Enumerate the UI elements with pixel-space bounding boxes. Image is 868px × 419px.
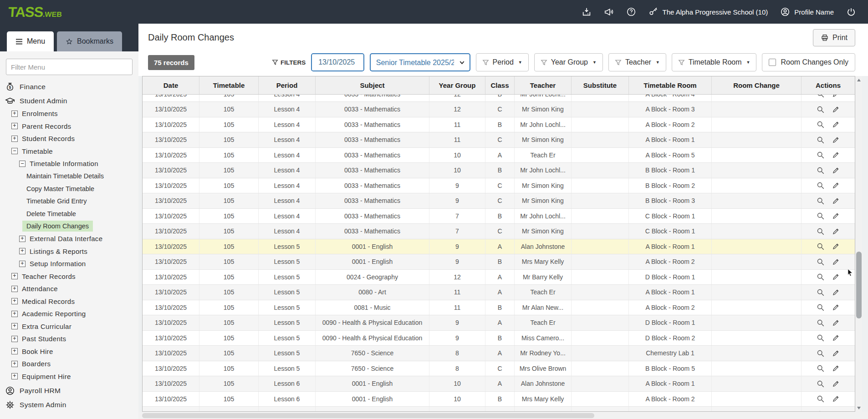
expand-icon[interactable]: + xyxy=(11,123,18,129)
edit-pencil-icon[interactable] xyxy=(832,258,840,266)
column-header-timetable-room[interactable]: Timetable Room xyxy=(629,76,712,94)
table-row[interactable]: 13/10/2025105Lesson 60001 - English10BMr… xyxy=(143,392,855,407)
sidebar-item-enrolments[interactable]: +Enrolments xyxy=(0,107,138,120)
sidebar-item-book-hire[interactable]: +Book Hire xyxy=(0,345,138,358)
table-row[interactable]: 13/10/2025105Lesson 40033 - Mathematics7… xyxy=(143,209,855,224)
table-row[interactable]: 13/10/2025105Lesson 60001 - English10AAl… xyxy=(143,376,855,392)
sidebar-item-extra-curricular[interactable]: +Extra Curricular xyxy=(0,320,138,333)
magnifier-icon[interactable] xyxy=(817,410,824,411)
magnifier-icon[interactable] xyxy=(817,121,824,128)
magnifier-icon[interactable] xyxy=(817,106,824,113)
edit-pencil-icon[interactable] xyxy=(832,106,840,113)
edit-pencil-icon[interactable] xyxy=(832,364,840,372)
edit-pencil-icon[interactable] xyxy=(832,121,840,128)
table-row[interactable]: 13/10/2025105Lesson 50024 - Geography12A… xyxy=(143,270,855,285)
tab-menu[interactable]: Menu xyxy=(7,31,54,51)
sidebar-item-teacher-records[interactable]: +Teacher Records xyxy=(0,270,138,283)
scroll-down-arrow[interactable] xyxy=(855,404,862,412)
filter-dropdown-timetable-room[interactable]: Timetable Room▼ xyxy=(672,53,757,71)
expand-icon[interactable]: + xyxy=(11,273,18,279)
edit-pencil-icon[interactable] xyxy=(832,303,840,311)
date-input[interactable] xyxy=(312,54,364,71)
tab-bookmarks[interactable]: Bookmarks xyxy=(57,31,122,51)
scrollbar-thumb[interactable] xyxy=(856,252,862,318)
magnifier-icon[interactable] xyxy=(817,288,824,296)
table-row[interactable]: 13/10/2025105Lesson 40033 - Mathematics1… xyxy=(143,102,855,117)
expand-icon[interactable]: + xyxy=(11,373,18,379)
expand-icon[interactable]: + xyxy=(11,311,18,317)
sidebar-item-past-students[interactable]: +Past Students xyxy=(0,333,138,345)
table-row[interactable]: 13/10/2025105Lesson 50001 - English9BMrs… xyxy=(143,254,855,270)
table-row[interactable]: 13/10/2025105Lesson 40033 - Mathematics1… xyxy=(143,148,855,163)
announcements-icon[interactable] xyxy=(604,7,614,17)
table-row[interactable]: 13/10/2025105Lesson 40033 - Mathematics7… xyxy=(143,224,855,239)
expand-icon[interactable]: + xyxy=(19,248,26,254)
magnifier-icon[interactable] xyxy=(817,151,824,159)
table-row[interactable]: 13/10/2025105Lesson 60025 - D...10BMiss … xyxy=(143,407,855,411)
edit-pencil-icon[interactable] xyxy=(832,242,840,250)
filter-dropdown-teacher[interactable]: Teacher▼ xyxy=(608,53,666,71)
edit-pencil-icon[interactable] xyxy=(832,212,840,220)
magnifier-icon[interactable] xyxy=(817,380,824,388)
print-button[interactable]: Print xyxy=(813,29,855,46)
table-row[interactable]: 13/10/2025105Lesson 50090 - Health & Phy… xyxy=(143,315,855,331)
edit-pencil-icon[interactable] xyxy=(832,334,840,342)
expand-icon[interactable]: + xyxy=(11,136,18,142)
sidebar-item-academic-reporting[interactable]: +Academic Reporting xyxy=(0,308,138,320)
magnifier-icon[interactable] xyxy=(817,182,824,189)
column-header-substitute[interactable]: Substitute xyxy=(572,76,629,94)
sidebar-item-copy-master-timetable[interactable]: Copy Master Timetable xyxy=(0,182,138,195)
expand-icon[interactable]: + xyxy=(11,361,18,367)
sidebar-item-daily-room-changes[interactable]: Daily Room Changes xyxy=(0,220,138,233)
table-row[interactable]: 13/10/2025105Lesson 50081 - Music11BMr A… xyxy=(143,300,855,316)
magnifier-icon[interactable] xyxy=(817,273,824,281)
column-header-actions[interactable]: Actions xyxy=(802,76,855,94)
column-header-period[interactable]: Period xyxy=(259,76,316,94)
horizontal-scrollbar[interactable] xyxy=(138,412,868,419)
expand-icon[interactable]: + xyxy=(19,261,26,267)
edit-pencil-icon[interactable] xyxy=(832,349,840,357)
edit-pencil-icon[interactable] xyxy=(832,273,840,281)
table-row[interactable]: 13/10/2025105Lesson 50001 - English9AAla… xyxy=(143,239,855,255)
hscrollbar-thumb[interactable] xyxy=(142,413,594,418)
table-row[interactable]: 13/10/2025105Lesson 40033 - Mathematics9… xyxy=(143,178,855,194)
expand-icon[interactable]: + xyxy=(11,111,18,117)
sidebar-item-delete-timetable[interactable]: Delete Timetable xyxy=(0,207,138,220)
sidebar-item-setup-information[interactable]: +Setup Information xyxy=(0,257,138,270)
table-row[interactable]: 13/10/2025105Lesson 57650 - Science8AMr … xyxy=(143,346,855,361)
table-row[interactable]: 13/10/2025105Lesson 40033 - Mathematics1… xyxy=(143,117,855,133)
magnifier-icon[interactable] xyxy=(817,136,824,144)
edit-pencil-icon[interactable] xyxy=(832,380,840,388)
edit-pencil-icon[interactable] xyxy=(832,95,840,98)
edit-pencil-icon[interactable] xyxy=(832,410,840,411)
sidebar-item-system-admin[interactable]: System Admin xyxy=(0,399,138,412)
magnifier-icon[interactable] xyxy=(817,349,824,357)
sidebar-item-timetable-grid-entry[interactable]: Timetable Grid Entry xyxy=(0,195,138,208)
magnifier-icon[interactable] xyxy=(817,227,824,235)
filter-dropdown-year-group[interactable]: Year Group▼ xyxy=(534,53,603,71)
sidebar-item-student-records[interactable]: +Student Records xyxy=(0,132,138,145)
school-switcher[interactable]: The Alpha Progressive School (10) xyxy=(648,7,768,17)
table-row[interactable]: 13/10/2025105Lesson 50090 - Health & Phy… xyxy=(143,331,855,346)
sidebar-item-payroll-hrm[interactable]: Payroll HRM xyxy=(0,384,138,397)
sidebar-item-timetable[interactable]: −Timetable xyxy=(0,145,138,158)
table-row[interactable]: 13/10/2025105Lesson 40033 - Mathematics1… xyxy=(143,132,855,148)
table-row[interactable]: 13/10/2025105Lesson 57650 - Science8CMrs… xyxy=(143,361,855,377)
table-row[interactable]: 13/10/2025105Lesson 40033 - Mathematics1… xyxy=(143,95,855,102)
edit-pencil-icon[interactable] xyxy=(832,167,840,174)
sidebar-item-parent-records[interactable]: +Parent Records xyxy=(0,120,138,133)
column-header-class[interactable]: Class xyxy=(485,76,515,94)
profile-menu[interactable]: Profile Name xyxy=(780,7,834,17)
expand-icon[interactable]: + xyxy=(19,236,26,242)
table-row[interactable]: 13/10/2025105Lesson 40033 - Mathematics1… xyxy=(143,163,855,178)
sidebar-item-listings-reports[interactable]: +Listings & Reports xyxy=(0,245,138,258)
scroll-up-arrow[interactable] xyxy=(855,76,862,84)
expand-icon[interactable]: + xyxy=(11,323,18,329)
table-row[interactable]: 13/10/2025105Lesson 50080 - Art11ATeach … xyxy=(143,285,855,300)
edit-pencil-icon[interactable] xyxy=(832,136,840,144)
column-header-teacher[interactable]: Teacher xyxy=(515,76,572,94)
table-row[interactable]: 13/10/2025105Lesson 40033 - Mathematics9… xyxy=(143,193,855,209)
magnifier-icon[interactable] xyxy=(817,95,824,98)
magnifier-icon[interactable] xyxy=(817,242,824,250)
column-header-date[interactable]: Date xyxy=(143,76,199,94)
